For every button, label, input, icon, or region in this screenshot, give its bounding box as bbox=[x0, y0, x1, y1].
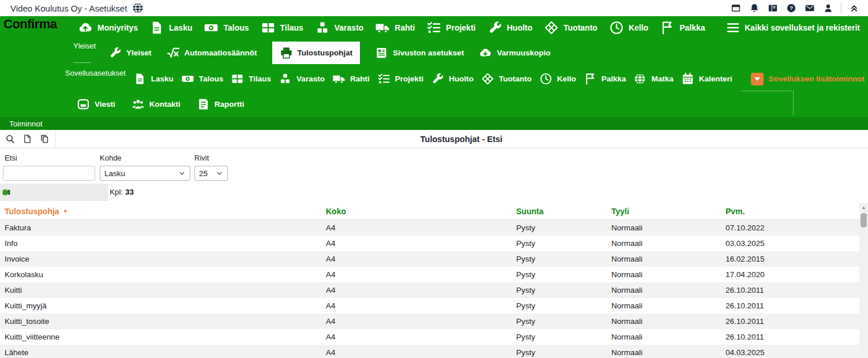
toolbar-button[interactable] bbox=[40, 134, 50, 144]
cell-tulostuspohja: Faktura bbox=[0, 223, 321, 232]
column-header-koko[interactable]: Koko bbox=[321, 207, 512, 216]
flag-icon bbox=[660, 20, 675, 35]
all-apps-button[interactable]: Kaikki sovellukset ja rekisterit bbox=[726, 21, 860, 35]
tool-tab-label: Raportti bbox=[215, 100, 245, 109]
divider bbox=[793, 91, 794, 115]
cell-koko: A4 bbox=[321, 348, 512, 357]
app-settings-tab-lasku[interactable]: Lasku bbox=[133, 72, 174, 85]
cell-pvm: 26.10.2011 bbox=[721, 317, 859, 326]
toolbar-button[interactable] bbox=[5, 134, 15, 144]
app-settings-tab-tilaus[interactable]: Tilaus bbox=[231, 72, 271, 85]
window-title: Video Koulutus Oy - Asetukset bbox=[10, 3, 127, 13]
templates-table: Tulostuspohja▼KokoSuuntaTyyliPvm. Faktur… bbox=[0, 203, 859, 358]
column-header-tyyli[interactable]: Tyyli bbox=[607, 207, 721, 216]
table-row[interactable]: Faktura A4 Pysty Normaali 07.10.2022 bbox=[0, 220, 859, 236]
nav-app-label: Tilaus bbox=[280, 23, 303, 32]
doc-icon bbox=[133, 72, 146, 85]
tool-tab-viesti[interactable]: Viesti bbox=[77, 98, 115, 111]
app-settings-tab-talous[interactable]: Talous bbox=[181, 72, 224, 85]
titlebar: Video Koulutus Oy - Asetukset bbox=[0, 0, 868, 16]
settings-tab-automaatios-nn-t[interactable]: Automaatiosäännöt bbox=[167, 46, 257, 59]
app-settings-tab-projekti[interactable]: Projekti bbox=[377, 72, 424, 85]
nav-app-talous[interactable]: Talous bbox=[204, 20, 249, 35]
cell-tulostuspohja: Info bbox=[0, 239, 321, 248]
page-number-button-2[interactable]: 2 bbox=[0, 184, 10, 201]
app-settings-tab-palkka[interactable]: Palkka bbox=[584, 72, 626, 85]
rivit-select[interactable]: 25 bbox=[194, 166, 228, 181]
pager-background bbox=[0, 184, 108, 201]
cell-tulostuspohja: Kuitti bbox=[0, 286, 321, 294]
scroll-up-arrow[interactable]: ▲ bbox=[859, 203, 868, 212]
table-row[interactable]: Kuitti A4 Pysty Normaali 26.10.2011 bbox=[0, 282, 859, 298]
tool-tab-raportti[interactable]: Raportti bbox=[197, 98, 245, 111]
cloud-up-icon bbox=[78, 20, 93, 35]
toolbar-button[interactable] bbox=[22, 134, 32, 144]
nav-app-tilaus[interactable]: Tilaus bbox=[261, 20, 303, 35]
app-settings-tab-varasto[interactable]: Varasto bbox=[279, 72, 325, 85]
nav-app-palkka[interactable]: Palkka bbox=[660, 20, 705, 35]
nav-app-projekti[interactable]: Projekti bbox=[426, 20, 475, 35]
titlebar-button[interactable] bbox=[729, 1, 743, 15]
table-row[interactable]: Lähete A4 Pysty Normaali 04.03.2025 bbox=[0, 345, 859, 358]
column-header-tulostuspohja[interactable]: Tulostuspohja▼ bbox=[0, 207, 321, 216]
titlebar-button[interactable] bbox=[803, 1, 817, 15]
cell-koko: A4 bbox=[321, 239, 512, 248]
app-settings-tab-label: Kello bbox=[557, 74, 576, 83]
nav-app-tuotanto[interactable]: Tuotanto bbox=[544, 20, 598, 35]
divider bbox=[741, 91, 793, 91]
nav-app-moniyritys[interactable]: Moniyritys bbox=[78, 20, 138, 35]
titlebar-button[interactable] bbox=[747, 1, 761, 15]
vertical-scrollbar: ▲ bbox=[859, 203, 868, 358]
cell-pvm: 26.10.2011 bbox=[721, 333, 859, 341]
apps-row: MoniyritysLaskuTalousTilausVarastoRahtiP… bbox=[0, 16, 868, 39]
table-row[interactable]: Invoice A4 Pysty Normaali 16.02.2015 bbox=[0, 251, 859, 267]
globe-icon bbox=[633, 72, 647, 85]
table-row[interactable]: Kuitti_viitteenne A4 Pysty Normaali 26.1… bbox=[0, 329, 859, 345]
nav-app-huolto[interactable]: Huolto bbox=[487, 20, 532, 35]
app-settings-tab-huolto[interactable]: Huolto bbox=[431, 72, 474, 85]
app-settings-tab-kalenteri[interactable]: Kalenteri bbox=[681, 72, 732, 85]
settings-tab-yleiset[interactable]: Yleiset bbox=[108, 46, 152, 59]
titlebar-button[interactable] bbox=[766, 1, 780, 15]
caret-down-icon bbox=[751, 73, 764, 85]
table-row[interactable]: Kuitti_tosoite A4 Pysty Normaali 26.10.2… bbox=[0, 314, 859, 329]
row-count: Kpl: 33 bbox=[110, 184, 134, 201]
settings-tab-varmuuskopio[interactable]: Varmuuskopio bbox=[479, 46, 550, 59]
app-settings-tab-kello[interactable]: Kello bbox=[539, 72, 576, 85]
titlebar-button[interactable] bbox=[821, 1, 835, 15]
app-settings-tab-rahti[interactable]: Rahti bbox=[332, 72, 370, 85]
nav-app-varasto[interactable]: Varasto bbox=[315, 20, 364, 35]
nav-app-label: Projekti bbox=[446, 23, 475, 32]
app-settings-tab-label: Lasku bbox=[151, 74, 174, 83]
cell-suunta: Pysty bbox=[512, 286, 607, 294]
nav-app-rahti[interactable]: Rahti bbox=[375, 20, 415, 35]
main-navigation: Confirma MoniyritysLaskuTalousTilausVara… bbox=[0, 16, 868, 117]
kohde-select[interactable]: Lasku bbox=[100, 166, 190, 181]
cell-koko: A4 bbox=[321, 223, 512, 232]
tool-tab-kontakti[interactable]: Kontakti bbox=[131, 98, 181, 111]
table-row[interactable]: Kuitti_myyjä A4 Pysty Normaali 26.10.201… bbox=[0, 298, 859, 314]
toiminnot-bar[interactable]: Toiminnot bbox=[0, 117, 868, 130]
settings-tab-label: Automaatiosäännöt bbox=[185, 49, 257, 57]
truck-icon bbox=[375, 20, 390, 35]
settings-tab-sivuston-asetukset[interactable]: Sivuston asetukset bbox=[375, 46, 464, 59]
collapse-button[interactable] bbox=[847, 1, 861, 15]
group-label-sovellusasetukset: Sovellusasetukset bbox=[65, 66, 126, 77]
settings-tab-tulostuspohjat[interactable]: Tulostuspohjat bbox=[272, 42, 360, 64]
table-row[interactable]: Info A4 Pysty Normaali 03.03.2025 bbox=[0, 236, 859, 251]
grid-icon bbox=[261, 20, 276, 35]
column-header-pvm[interactable]: Pvm. bbox=[721, 207, 859, 216]
app-settings-tab-tuotanto[interactable]: Tuotanto bbox=[481, 72, 532, 85]
settings-tab-label: Sivuston asetukset bbox=[393, 49, 464, 57]
titlebar-button[interactable] bbox=[784, 1, 798, 15]
column-header-suunta[interactable]: Suunta bbox=[512, 207, 607, 216]
extra-functions-button[interactable]: Sovelluksen lisätoiminnot bbox=[751, 73, 865, 85]
money-icon bbox=[181, 72, 194, 85]
app-settings-tab-matka[interactable]: Matka bbox=[633, 72, 673, 85]
cell-suunta: Pysty bbox=[512, 301, 607, 310]
search-input[interactable] bbox=[3, 166, 95, 181]
nav-app-lasku[interactable]: Lasku bbox=[149, 20, 192, 35]
table-row[interactable]: Korkolasku A4 Pysty Normaali 17.04.2020 bbox=[0, 267, 859, 282]
nav-app-kello[interactable]: Kello bbox=[609, 20, 648, 35]
scroll-thumb[interactable] bbox=[861, 213, 867, 228]
